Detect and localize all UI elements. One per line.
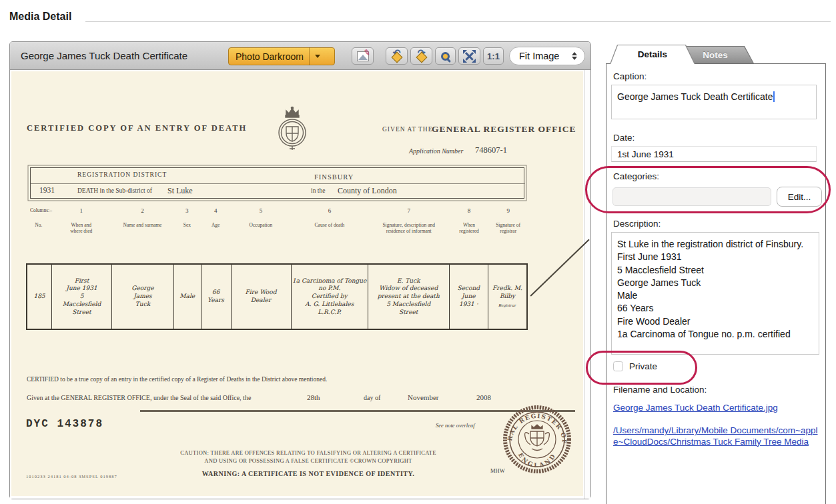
edit-categories-button[interactable]: Edit... xyxy=(777,187,822,207)
application-number-value: 748607-1 xyxy=(475,145,507,155)
royal-crest-icon xyxy=(277,106,308,151)
date-label: Date: xyxy=(613,133,635,143)
record-sex: Male xyxy=(174,264,201,329)
box-divider xyxy=(31,183,525,184)
rotate-right-button[interactable]: ↷ xyxy=(410,47,432,65)
fit-to-window-button[interactable] xyxy=(458,47,480,65)
magnify-button[interactable] xyxy=(435,47,456,65)
private-label: Private xyxy=(629,361,657,371)
register-office-seal: GENERAL REGISTER OFFICE ENGLAND xyxy=(502,405,572,474)
record-name: George James Tuck xyxy=(112,264,174,329)
subdistrict-prefix: DEATH in the Sub-district of xyxy=(77,187,152,194)
date-input[interactable]: 1st June 1931 xyxy=(611,146,817,162)
categories-field[interactable] xyxy=(612,187,771,206)
photo-darkroom-label: Photo Darkroom xyxy=(229,51,309,62)
caption-input[interactable]: George James Tuck Death Certificate xyxy=(611,85,817,119)
in-the-text: in the xyxy=(311,187,325,194)
record-when-registered: Second June 1931 · xyxy=(449,264,488,329)
chevron-down-icon[interactable] xyxy=(310,55,326,58)
issue-day: 28th xyxy=(307,393,320,401)
record-when-where: First June 1931 5 Macclesfield Street xyxy=(52,264,112,329)
record-registrar: Fredk. M. Bilby Registrar xyxy=(488,264,528,329)
certificate-column-headers: Columns:– 1 2 3 4 5 6 7 8 9 No. When and… xyxy=(26,207,528,235)
actual-size-button[interactable]: 1:1 xyxy=(483,47,504,65)
issue-month: November xyxy=(408,393,438,401)
filename-location-label: Filename and Location: xyxy=(613,385,707,395)
certificate-heading: CERTIFIED COPY OF AN ENTRY OF DEATH xyxy=(27,123,247,133)
registrar-printed-label: Registrar xyxy=(489,303,526,309)
day-of-text: day of xyxy=(364,394,380,401)
record-occupation: Fire Wood Dealer xyxy=(231,264,291,329)
private-row: Private xyxy=(613,361,657,371)
description-textarea[interactable]: St Luke in the registration district of … xyxy=(611,232,819,355)
registration-district-value: FINSBURY xyxy=(314,173,354,181)
register-office-text: GENERAL REGISTER OFFICE xyxy=(432,124,576,135)
edit-photo-button[interactable]: ✎ xyxy=(352,47,374,65)
caution-line-1: CAUTION: THERE ARE OFFENCES RELATING TO … xyxy=(98,449,518,456)
certificate-image: CERTIFIED COPY OF AN ENTRY OF DEATH GIVE… xyxy=(11,71,583,496)
caption-label: Caption: xyxy=(613,71,647,81)
certificate-serial: DYC 143878 xyxy=(26,418,103,430)
application-number-label: Application Number xyxy=(409,147,463,155)
page-title: Media Detail xyxy=(9,11,71,23)
record-no: 185 xyxy=(27,264,52,329)
registration-district-label: REGISTRATION DISTRICT xyxy=(77,171,167,178)
header-divider xyxy=(85,21,831,22)
viewer-toolbar: George James Tuck Death Certificate Phot… xyxy=(10,42,590,70)
given-statement: Given at the GENERAL REGISTER OFFICE, un… xyxy=(27,394,251,401)
updown-chevrons-icon xyxy=(572,52,584,60)
file-path-link[interactable]: /Users/mandy/Library/Mobile Documents/co… xyxy=(613,425,821,447)
filename-link[interactable]: George James Tuck Death Certificate.jpg xyxy=(613,403,821,414)
categories-label: Categories: xyxy=(613,171,659,181)
see-note-text: See note overleaf xyxy=(436,422,475,429)
caution-line-2: AND USING OR POSSESSING A FALSE CERTIFIC… xyxy=(98,457,518,464)
text-cursor xyxy=(773,91,775,102)
viewer-scrollbar[interactable] xyxy=(584,70,590,499)
void-strike-line xyxy=(530,239,589,296)
death-record-row: 185 First June 1931 5 Macclesfield Stree… xyxy=(26,263,528,330)
record-cause: 1a Carcinoma of Tongue no P.M. Certified… xyxy=(291,264,368,329)
certified-statement: CERTIFIED to be a true copy of an entry … xyxy=(27,376,327,383)
record-age: 66 Years xyxy=(201,264,231,329)
registration-year: 1931 xyxy=(39,186,55,194)
image-canvas: CERTIFIED COPY OF AN ENTRY OF DEATH GIVE… xyxy=(10,70,590,499)
warning-line: WARNING: A CERTIFICATE IS NOT EVIDENCE O… xyxy=(98,470,518,477)
magnifier-icon xyxy=(441,52,450,61)
fit-image-value: Fit Image xyxy=(510,51,572,61)
expand-arrows-icon xyxy=(464,51,475,62)
description-label: Description: xyxy=(613,219,661,229)
fit-image-select[interactable]: Fit Image xyxy=(509,47,585,65)
private-checkbox[interactable] xyxy=(613,361,623,371)
rotate-left-button[interactable]: ↶ xyxy=(386,47,408,65)
svg-text:GENERAL REGISTER OFFICE: GENERAL REGISTER OFFICE xyxy=(502,405,568,445)
tab-details-label: Details xyxy=(610,45,695,64)
print-code: 1010233 24181 04-08 3MSPSL 019887 xyxy=(26,474,117,479)
viewer-title: George James Tuck Death Certificate xyxy=(21,50,187,61)
county-value: County of London xyxy=(338,186,397,196)
subdistrict-value: St Luke xyxy=(167,186,193,196)
record-informant: E. Tuck Widow of deceased present at the… xyxy=(368,264,450,329)
registration-district-box: REGISTRATION DISTRICT FINSBURY 1931 DEAT… xyxy=(30,167,524,199)
media-viewer-window: George James Tuck Death Certificate Phot… xyxy=(9,41,591,499)
given-at-text: GIVEN AT THE xyxy=(382,126,433,133)
issue-year: 2008 xyxy=(476,393,491,401)
tab-details[interactable]: Details xyxy=(610,45,695,64)
actual-size-label: 1:1 xyxy=(487,51,500,61)
photo-darkroom-button[interactable]: Photo Darkroom xyxy=(228,47,335,65)
photo-edit-icon: ✎ xyxy=(357,51,369,61)
